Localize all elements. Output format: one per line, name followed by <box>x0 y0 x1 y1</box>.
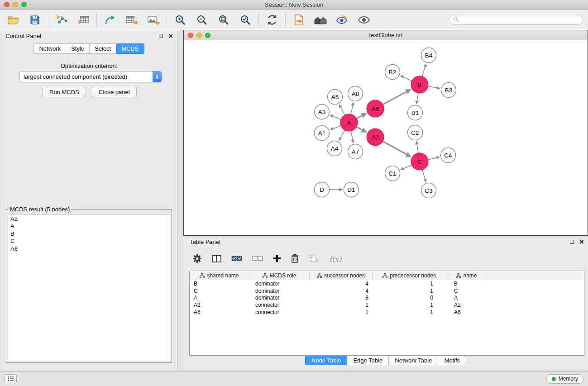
cell-MCDS-role[interactable]: connector <box>249 309 310 316</box>
search-input[interactable] <box>461 17 583 23</box>
edge-A-A6[interactable] <box>357 116 362 119</box>
column-header-name[interactable]: name <box>446 271 487 280</box>
show-graphics-details-icon[interactable] <box>357 13 371 27</box>
import-network-icon[interactable] <box>55 13 68 27</box>
mcds-result-item[interactable]: A6 <box>8 245 170 253</box>
cell-predecessor-nodes[interactable]: 0 <box>373 294 446 301</box>
mcds-result-item[interactable]: C <box>8 238 170 245</box>
close-panel-button[interactable]: Close panel <box>92 87 137 97</box>
save-session-icon[interactable] <box>28 13 42 27</box>
select-all-icon[interactable] <box>231 255 242 264</box>
tab-network-table[interactable]: Network Table <box>388 356 438 365</box>
column-header-successor-nodes[interactable]: successor nodes <box>310 271 373 280</box>
graph-node-B1[interactable]: B1 <box>408 105 423 120</box>
network-overview-icon[interactable] <box>314 13 327 27</box>
table-row[interactable]: Bdominator41B <box>190 280 584 287</box>
import-table-icon[interactable] <box>76 13 90 27</box>
tab-node-table[interactable]: Node Table <box>305 356 348 365</box>
edge-B-B4[interactable] <box>422 67 425 76</box>
cell-name[interactable]: B <box>446 280 487 287</box>
add-column-icon[interactable] <box>273 254 281 264</box>
tab-style[interactable]: Style <box>66 43 90 54</box>
graph-node-B4[interactable]: B4 <box>421 48 436 63</box>
graph-node-B2[interactable]: B2 <box>385 65 400 80</box>
tab-motifs[interactable]: Motifs <box>438 356 466 365</box>
edge-A2-C[interactable] <box>383 141 407 154</box>
edge-C-C3[interactable] <box>422 170 425 179</box>
cell-shared-name[interactable]: C <box>190 287 249 295</box>
graph-node-B3[interactable]: B3 <box>441 83 456 98</box>
hide-graphics-details-icon[interactable] <box>335 13 349 27</box>
mcds-result-item[interactable]: A <box>8 223 170 230</box>
cell-MCDS-role[interactable]: dominator <box>249 287 310 295</box>
graph-node-B[interactable]: B <box>411 76 428 93</box>
column-header-MCDS-role[interactable]: MCDS role <box>249 271 310 280</box>
table-row[interactable]: Cdominator41C <box>190 287 584 295</box>
graph-node-A8[interactable]: A8 <box>348 86 363 101</box>
column-header-predecessor-nodes[interactable]: predecessor nodes <box>373 271 446 280</box>
network-close-button[interactable] <box>188 33 193 38</box>
graph-node-D[interactable]: D <box>315 182 330 197</box>
mcds-result-item[interactable]: A2 <box>8 215 170 223</box>
edge-B-B1[interactable] <box>417 93 418 101</box>
network-zoom-button[interactable] <box>205 33 210 38</box>
graph-node-C3[interactable]: C3 <box>421 183 436 198</box>
export-table-icon[interactable] <box>125 13 139 27</box>
tab-network[interactable]: Network <box>33 43 66 54</box>
zoom-out-icon[interactable] <box>195 13 209 27</box>
close-panel-icon[interactable]: × <box>168 32 173 40</box>
edge-A-A5[interactable] <box>341 107 345 115</box>
mcds-result-item[interactable]: B <box>8 230 170 238</box>
status-menu-button[interactable] <box>5 374 17 383</box>
edge-A-A4[interactable] <box>340 130 345 138</box>
close-table-panel-icon[interactable]: × <box>579 238 584 246</box>
column-header-shared-name[interactable]: shared name <box>190 271 249 280</box>
cell-name[interactable]: C <box>446 287 487 295</box>
zoom-in-icon[interactable] <box>173 13 187 27</box>
export-network-icon[interactable] <box>103 13 117 27</box>
cell-name[interactable]: A6 <box>446 309 487 316</box>
table-row[interactable]: Adominator80A <box>190 294 584 301</box>
edge-C-C1[interactable] <box>403 165 411 169</box>
refresh-icon[interactable] <box>265 13 279 27</box>
edge-C-C2[interactable] <box>417 144 418 153</box>
minimize-window-button[interactable] <box>13 2 18 7</box>
edge-A-A2[interactable] <box>357 127 363 130</box>
export-image-icon[interactable] <box>147 13 160 27</box>
table-row[interactable]: A2connector11A2 <box>190 301 584 309</box>
tab-edge-table[interactable]: Edge Table <box>347 356 389 365</box>
graph-node-A6[interactable]: A6 <box>367 100 384 117</box>
close-window-button[interactable] <box>4 2 10 7</box>
cell-successor-nodes[interactable]: 4 <box>310 287 373 295</box>
edge-C-C4[interactable] <box>428 158 437 160</box>
edge-A6-B[interactable] <box>383 92 406 105</box>
edge-B-B3[interactable] <box>428 86 437 88</box>
graph-node-A[interactable]: A <box>340 114 358 131</box>
open-file-icon[interactable] <box>6 13 20 27</box>
cell-predecessor-nodes[interactable]: 1 <box>373 309 446 316</box>
tab-select[interactable]: Select <box>89 43 116 54</box>
graph-node-A3[interactable]: A3 <box>315 105 330 119</box>
cell-shared-name[interactable]: A2 <box>190 301 249 309</box>
show-column-icon[interactable] <box>212 254 221 265</box>
graph-node-C1[interactable]: C1 <box>385 166 400 181</box>
edge-A-A1[interactable] <box>333 126 341 129</box>
edge-A-A7[interactable] <box>351 131 353 140</box>
graph-node-C2[interactable]: C2 <box>408 125 423 140</box>
graph-node-A4[interactable]: A4 <box>327 141 342 156</box>
float-panel-icon[interactable] <box>159 34 163 38</box>
zoom-fit-icon[interactable] <box>217 13 230 27</box>
deselect-all-icon[interactable] <box>252 255 263 264</box>
cell-predecessor-nodes[interactable]: 1 <box>373 287 446 295</box>
cell-MCDS-role[interactable]: connector <box>249 301 310 309</box>
delete-column-icon[interactable] <box>291 254 299 265</box>
graph-node-A5[interactable]: A5 <box>328 90 343 105</box>
graph-node-D1[interactable]: D1 <box>344 182 359 197</box>
cell-MCDS-role[interactable]: dominator <box>249 294 310 301</box>
graph-node-A1[interactable]: A1 <box>315 126 330 141</box>
graph-node-A2[interactable]: A2 <box>367 129 384 146</box>
cell-successor-nodes[interactable]: 8 <box>310 294 373 301</box>
cell-shared-name[interactable]: A <box>190 294 249 301</box>
edge-A-A3[interactable] <box>333 116 341 119</box>
float-table-panel-icon[interactable] <box>570 240 574 244</box>
